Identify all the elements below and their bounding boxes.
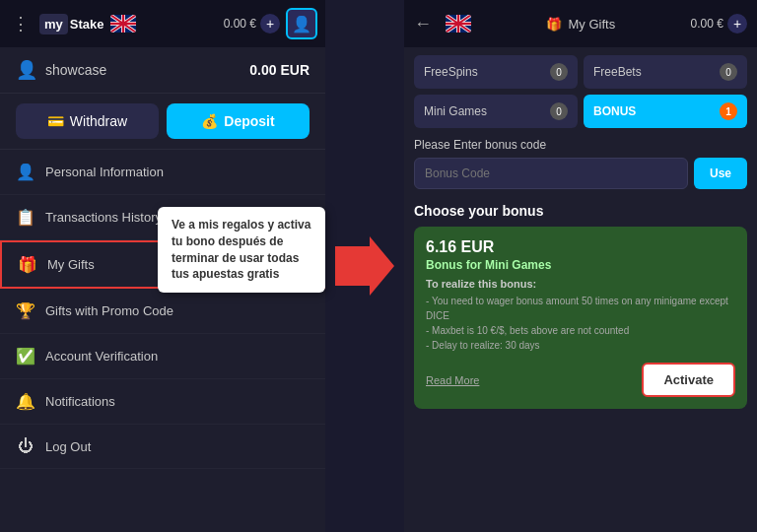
right-language-flag[interactable] [446,15,471,33]
user-balance: 0.00 EUR [249,62,310,78]
tab-freespins[interactable]: FreeSpins 0 [414,55,578,89]
right-arrow-icon [335,236,394,296]
bonus-desc-line-3: - Delay to realize: 30 days [426,340,540,351]
bonus-desc-line-1: - You need to wager bonus amount 50 time… [426,296,728,321]
arrow-container [325,0,404,532]
gifts-icon: 🎁 [18,255,37,274]
withdraw-icon: 💳 [47,113,64,129]
tab-minigames[interactable]: Mini Games 0 [414,95,578,128]
logo-stake: Stake [70,17,104,32]
freebets-badge: 0 [720,63,737,81]
bonus-badge: 1 [720,102,737,120]
withdraw-label: Withdraw [70,113,127,129]
bonus-card: 6.16 EUR Bonus for Mini Games To realize… [414,227,747,409]
bonus-tab-label: BONUS [593,104,636,118]
tabs-row: FreeSpins 0 FreeBets 0 Mini Games 0 BONU… [404,47,757,132]
use-bonus-button[interactable]: Use [694,158,747,189]
freespins-label: FreeSpins [424,65,478,79]
menu-item-personal-info[interactable]: 👤 Personal Information [0,150,325,195]
notifications-icon: 🔔 [16,392,35,411]
logout-label: Log Out [45,439,91,454]
minigames-badge: 0 [550,102,568,120]
tab-bonus[interactable]: BONUS 1 [584,95,747,128]
promo-code-icon: 🏆 [16,301,35,320]
bonus-desc-title: To realize this bonus: [426,278,735,290]
verification-icon: ✅ [16,347,35,366]
back-button[interactable]: ← [414,14,432,34]
read-more-link[interactable]: Read More [426,374,479,386]
bonus-code-section: Please Enter bonus code Use [404,132,757,195]
left-balance: 0.00 € [224,17,256,31]
minigames-label: Mini Games [424,104,487,118]
svg-marker-9 [335,236,394,296]
freespins-badge: 0 [550,63,568,81]
verification-label: Account Verification [45,349,158,364]
deposit-button[interactable]: 💰 Deposit [167,103,310,139]
transactions-icon: 📋 [16,208,35,227]
user-info: 👤 showcase [16,59,106,81]
add-funds-button[interactable]: + [260,14,280,33]
bonus-desc-text: - You need to wager bonus amount 50 time… [426,294,735,353]
menu-item-notifications[interactable]: 🔔 Notifications [0,379,325,425]
right-top-bar: ← 🎁 My Gifts 0.00 € + [404,0,757,47]
right-add-funds-button[interactable]: + [727,14,747,33]
bonus-desc-line-2: - Maxbet is 10 €/$, bets above are not c… [426,325,629,336]
left-top-bar: ⋮ my Stake 0.00 € + 👤 [0,0,325,47]
tooltip-bubble: Ve a mis regalos y activa tu bono despué… [158,207,325,293]
bonus-card-footer: Read More Activate [426,363,735,397]
transactions-label: Transactions History [45,210,162,225]
user-row: 👤 showcase 0.00 EUR [0,47,325,94]
user-avatar-icon: 👤 [16,59,37,81]
my-gifts-label: My Gifts [47,257,95,272]
notifications-label: Notifications [45,394,115,409]
right-gifts-icon: 🎁 [546,17,562,32]
deposit-icon: 💰 [201,113,218,129]
bonus-game-name: Bonus for Mini Games [426,258,735,272]
personal-info-icon: 👤 [16,163,35,181]
menu-dots[interactable]: ⋮ [8,9,34,38]
bonus-input-row: Use [414,158,747,189]
bonus-amount: 6.16 EUR [426,238,735,256]
promo-code-label: Gifts with Promo Code [45,303,173,318]
right-balance: 0.00 € [691,17,723,31]
left-panel: ⋮ my Stake 0.00 € + 👤 [0,0,325,532]
action-buttons: 💳 Withdraw 💰 Deposit [0,94,325,150]
logo-my: my [39,14,68,34]
right-gifts-label: My Gifts [568,17,615,32]
menu-item-verification[interactable]: ✅ Account Verification [0,334,325,379]
logo: my Stake [39,14,104,34]
bonus-code-input[interactable] [414,158,688,189]
bonus-code-label: Please Enter bonus code [414,138,747,152]
right-panel: ← 🎁 My Gifts 0.00 € + Fr [404,0,757,532]
logout-icon: ⏻ [16,437,35,455]
choose-bonus-title: Choose your bonus [404,195,757,223]
menu-item-logout[interactable]: ⏻ Log Out [0,425,325,469]
withdraw-button[interactable]: 💳 Withdraw [16,103,159,139]
right-gifts-title: 🎁 My Gifts [546,17,615,32]
personal-info-label: Personal Information [45,165,164,179]
avatar-button[interactable]: 👤 [286,8,317,39]
language-flag[interactable] [110,15,136,33]
deposit-label: Deposit [224,113,274,129]
activate-button[interactable]: Activate [642,363,735,397]
left-balance-area: 0.00 € + [224,14,280,33]
menu-item-promo-code[interactable]: 🏆 Gifts with Promo Code [0,289,325,334]
tab-freebets[interactable]: FreeBets 0 [584,55,747,89]
freebets-label: FreeBets [593,65,642,79]
username: showcase [45,62,106,78]
